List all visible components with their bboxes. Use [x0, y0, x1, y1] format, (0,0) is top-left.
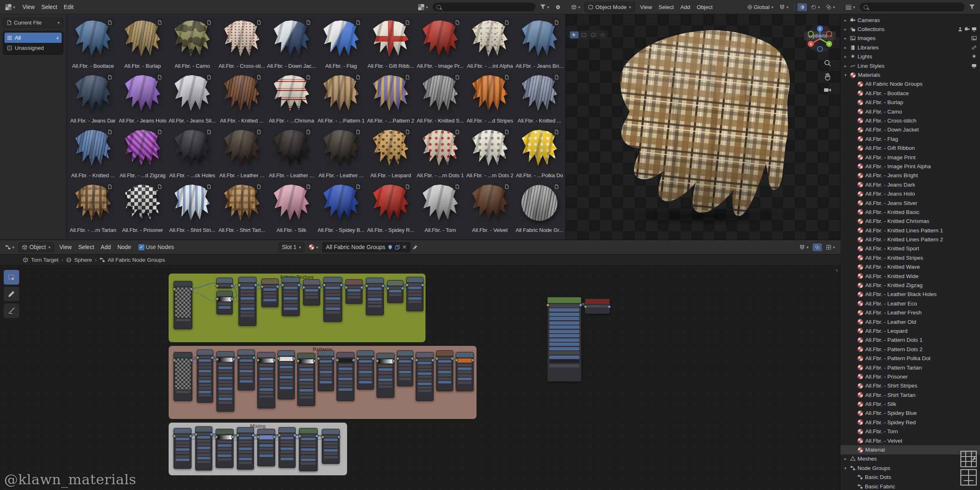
outliner-row[interactable]: All.Fbr. - Leather Old: [840, 317, 980, 326]
sidebar-collapse-arrow[interactable]: ‹: [836, 266, 838, 273]
asset-card[interactable]: All.Fbr. - ...Chrisma: [267, 71, 316, 125]
orientation-select[interactable]: Global▾: [745, 3, 775, 11]
shader-node[interactable]: [299, 428, 318, 471]
menu-view[interactable]: View: [56, 243, 75, 252]
fake-user-shield-icon[interactable]: [388, 245, 393, 250]
outliner-row[interactable]: All.Fbr. - Spidey Blue: [840, 409, 980, 418]
add-catalog-button[interactable]: +: [56, 35, 59, 41]
shader-node[interactable]: [195, 426, 212, 470]
unlink-material-button[interactable]: ✕: [402, 244, 407, 250]
shader-node[interactable]: [416, 352, 434, 401]
annotate-tool-button[interactable]: [3, 286, 20, 302]
node-canvas[interactable]: Fabric TexturePatternsMixing: [0, 240, 840, 490]
outliner-row[interactable]: All.Fbr. - Image Print Alpha: [840, 162, 980, 171]
disclosure-closed-icon[interactable]: ▸: [843, 45, 848, 50]
links-cut-tool-button[interactable]: [3, 303, 20, 318]
shader-node[interactable]: [174, 281, 192, 329]
node-options-toggle[interactable]: ▾: [824, 243, 837, 251]
snap-button[interactable]: ▾: [777, 3, 791, 11]
select-box-tool-button[interactable]: [579, 31, 588, 38]
asset-card[interactable]: All.Fbr. - Burlap: [118, 17, 168, 71]
display-size-button[interactable]: ▾: [416, 3, 430, 11]
shader-node[interactable]: [238, 277, 256, 326]
outliner-row[interactable]: All.Fbr. - Knitted Wave: [840, 263, 980, 272]
asset-card[interactable]: All.Fbr. - Bootlace: [68, 17, 118, 71]
shader-node[interactable]: [303, 279, 320, 305]
outliner-row[interactable]: ▸Libraries: [840, 43, 980, 52]
outliner-row[interactable]: All.Fbr. - Leather Eco: [840, 299, 980, 308]
menu-view[interactable]: View: [637, 3, 655, 11]
shader-node[interactable]: [323, 277, 342, 322]
outliner-row[interactable]: All.Fbr. - Jeans Bright: [840, 171, 980, 180]
shader-node[interactable]: [297, 353, 315, 406]
menu-select[interactable]: Select: [655, 3, 677, 11]
shader-node[interactable]: [174, 428, 192, 469]
asset-card[interactable]: All.Fbr. - Jeans Holo: [118, 71, 168, 125]
tweak-tool-button[interactable]: [570, 31, 579, 38]
outliner-row[interactable]: All.Fbr. - Torn: [840, 427, 980, 436]
outliner-row[interactable]: All.Fbr. - Flag: [840, 134, 980, 143]
asset-card[interactable]: All.Fbr. - Spidey B...: [316, 181, 366, 235]
duplicate-icon[interactable]: [395, 245, 400, 250]
outliner-row[interactable]: All.Fbr. - Knitted Stripes: [840, 253, 980, 262]
camera-view-icon[interactable]: [824, 86, 831, 94]
pan-hand-icon[interactable]: [824, 73, 831, 80]
outliner-row[interactable]: All.Fbr. - Jeans Holo: [840, 189, 980, 198]
shader-node[interactable]: [238, 350, 255, 390]
asset-card[interactable]: All.Fbr. - Prisoner: [118, 181, 168, 235]
asset-card[interactable]: All.Fbr. - Jeans Sil...: [167, 71, 217, 125]
pin-icon[interactable]: [412, 245, 418, 250]
filter-button[interactable]: ▾: [538, 3, 551, 11]
shader-node[interactable]: [436, 350, 453, 391]
outliner-row[interactable]: All.Fbr. - Knitted Sport: [840, 244, 980, 253]
asset-card[interactable]: All.Fbr. - Down Jac...: [267, 17, 316, 71]
shader-node[interactable]: [216, 278, 233, 288]
asset-card[interactable]: All.Fbr. - Flag: [316, 17, 366, 71]
outliner-row[interactable]: All.Fbr. - Jeans Silver: [840, 198, 980, 207]
shader-node[interactable]: [456, 352, 474, 391]
disclosure-closed-icon[interactable]: ▸: [843, 54, 848, 59]
shader-node[interactable]: [318, 350, 334, 391]
menu-object[interactable]: Object: [693, 3, 716, 11]
use-nodes-checkbox[interactable]: ✓Use Nodes: [136, 243, 176, 252]
asset-card[interactable]: All.Fbr. - ...ck Holes: [167, 126, 217, 180]
outliner-row[interactable]: All.Fbr. - Pattern Dots 2: [840, 345, 980, 354]
shader-node[interactable]: [345, 279, 363, 304]
material-output-node[interactable]: [585, 298, 610, 314]
asset-card[interactable]: All.Fbr. - ...Pattern 1: [316, 71, 366, 125]
outliner-row[interactable]: ▸Line Styles: [840, 61, 980, 70]
asset-card[interactable]: All.Fbr. - Spidey R...: [366, 181, 416, 235]
outliner-row[interactable]: All.Fbr. - Spidey Red: [840, 418, 980, 427]
asset-card[interactable]: All.Fbr. - Leather ...: [316, 126, 366, 180]
outliner-row[interactable]: All.Fbr. - Knitted Lines Pattern 2: [840, 235, 980, 244]
disclosure-open-icon[interactable]: ▾: [843, 466, 848, 470]
menu-edit[interactable]: Edit: [60, 2, 77, 11]
outliner-row[interactable]: All.Fbr. - Gift Ribbon: [840, 143, 980, 152]
outliner-row[interactable]: ▾Materials: [840, 70, 980, 79]
asset-card[interactable]: All.Fbr. - Velvet: [465, 181, 515, 235]
asset-card[interactable]: All.Fbr. - Image Pr...: [416, 17, 466, 71]
disclosure-closed-icon[interactable]: ▸: [843, 27, 848, 31]
slot-select[interactable]: Slot 1▾: [278, 242, 305, 252]
asset-card[interactable]: All.Fbr. - Knitted S...: [416, 71, 466, 125]
outliner-row[interactable]: All.Fbr. - Knitted Chrismas: [840, 217, 980, 226]
menu-add[interactable]: Add: [677, 3, 693, 11]
shader-node[interactable]: [387, 280, 403, 303]
asset-card[interactable]: All.Fbr. - ...rn Dots 2: [465, 126, 515, 180]
menu-add[interactable]: Add: [98, 243, 114, 252]
catalog-item-all[interactable]: All +: [4, 33, 62, 43]
outliner-row[interactable]: All.Fbr. - Down Jacket: [840, 125, 980, 134]
shading-material-button[interactable]: [797, 3, 807, 11]
menu-select[interactable]: Select: [75, 243, 98, 252]
outliner-row[interactable]: All.Fbr. - Shirt Tartan: [840, 390, 980, 399]
shader-node[interactable]: [257, 429, 275, 466]
outliner-row[interactable]: All.Fbr. - Pattern Tartan: [840, 363, 980, 372]
asset-card[interactable]: All.Fbr. - ...d Stripes: [465, 71, 515, 125]
editor-type-button[interactable]: ▾: [569, 3, 582, 11]
editor-type-button[interactable]: ▾: [3, 243, 16, 251]
asset-card[interactable]: All.Fbr. - Knitted ...: [217, 71, 267, 125]
asset-card[interactable]: All.Fbr. - Jeans Dar: [68, 71, 118, 125]
shader-node[interactable]: [336, 352, 354, 401]
outliner-row[interactable]: All.Fbr. - Silk: [840, 399, 980, 408]
asset-card[interactable]: All.Fbr. - ...rn Tartan: [68, 181, 118, 235]
